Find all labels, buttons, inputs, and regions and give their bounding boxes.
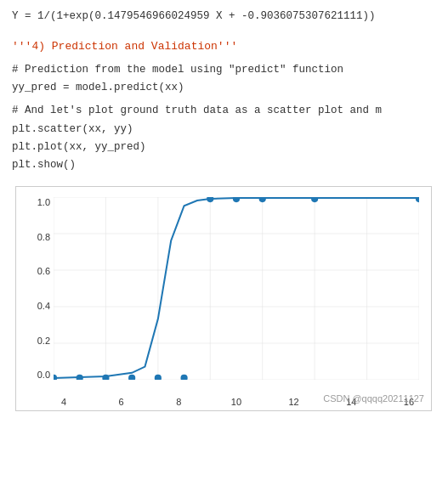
csdn-watermark: CSDN @qqqq20211127 (323, 393, 424, 404)
chart-svg (54, 197, 419, 380)
section-title: '''4) Prediction and Validation''' (12, 40, 436, 53)
code-line2: plt.scatter(xx, yy) (12, 121, 436, 138)
chart-container: 1.0 0.8 0.6 0.4 0.2 0.0 (15, 186, 432, 411)
scatter-dot (416, 197, 419, 202)
scatter-dot (259, 197, 266, 202)
equation-line: Y = 1/(1+exp(0.1479546966024959 X + -0.9… (12, 8, 436, 25)
x-label-12: 12 (284, 397, 304, 407)
y-label-0.4: 0.4 (37, 301, 50, 311)
scatter-dot (77, 375, 83, 380)
scatter-dot (180, 375, 187, 380)
code-block: '''4) Prediction and Validation''' # Pre… (12, 40, 436, 175)
scatter-dot (128, 375, 135, 380)
code-line3: plt.plot(xx, yy_pred) (12, 138, 436, 156)
x-label-8: 8 (168, 397, 189, 407)
x-label-6: 6 (111, 397, 132, 407)
comment1: # Prediction from the model using "predi… (12, 61, 436, 79)
scatter-dot (207, 197, 213, 202)
y-label-1.0: 1.0 (37, 197, 50, 207)
scatter-dot (54, 375, 57, 380)
scatter-dot (233, 197, 240, 202)
scatter-dot (155, 375, 162, 380)
x-label-4: 4 (54, 397, 74, 407)
x-label-10: 10 (226, 397, 247, 407)
y-label-0.2: 0.2 (37, 336, 50, 346)
code-line1: yy_pred = model.predict(xx) (12, 79, 436, 97)
logistic-curve (54, 198, 419, 378)
page-container: Y = 1/(1+exp(0.1479546966024959 X + -0.9… (0, 0, 448, 497)
code-line4: plt.show() (12, 156, 436, 174)
equation-text: Y = 1/(1+exp(0.1479546966024959 X + -0.9… (12, 10, 376, 22)
y-label-0.0: 0.0 (37, 370, 50, 380)
y-label-0.6: 0.6 (37, 266, 50, 276)
y-label-0.8: 0.8 (37, 232, 50, 242)
y-axis-labels: 1.0 0.8 0.6 0.4 0.2 0.0 (18, 197, 50, 380)
scatter-dot (311, 197, 318, 202)
comment2: # And let's plot ground truth data as a … (12, 102, 436, 120)
